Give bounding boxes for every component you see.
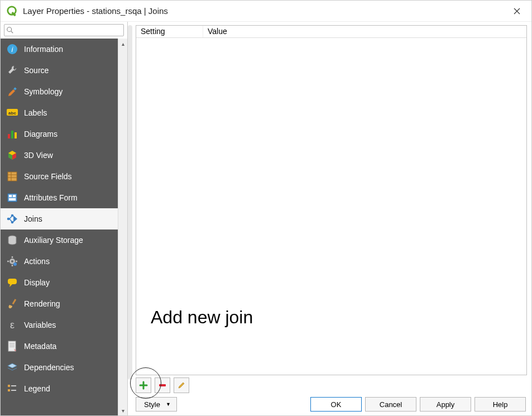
legend-icon (6, 382, 18, 395)
sidebar-item-label: Attributes Form (24, 193, 78, 202)
sidebar-item-actions[interactable]: Actions (1, 251, 118, 272)
gear-icon (6, 255, 18, 267)
style-button-label: Style (144, 400, 160, 409)
sidebar-item-symbology[interactable]: Symbology (1, 81, 118, 102)
sidebar-item-variables[interactable]: ε Variables (1, 314, 118, 336)
svg-text:abc: abc (8, 111, 16, 116)
chevron-down-icon: ▼ (166, 401, 171, 407)
tooltip-icon (6, 276, 18, 289)
sidebar-item-information[interactable]: i Information (1, 39, 118, 60)
sidebar-item-label: Rendering (24, 299, 60, 308)
scroll-track[interactable] (118, 49, 127, 405)
sidebar-item-source[interactable]: Source (1, 60, 118, 81)
search-wrap (1, 22, 127, 39)
window-title: Layer Properties - stations_rsqa | Joins (23, 6, 505, 16)
ok-button[interactable]: OK (310, 397, 362, 412)
joins-icon (6, 213, 18, 225)
svg-point-27 (11, 260, 13, 262)
svg-point-20 (7, 218, 10, 221)
svg-rect-6 (13, 87, 17, 90)
sidebar-item-label: Display (24, 278, 50, 287)
join-toolbar (128, 375, 531, 393)
joins-table: Setting Value Add new join (136, 25, 527, 375)
callout-label: Add new join (151, 307, 253, 328)
layer-properties-dialog: Layer Properties - stations_rsqa | Joins… (0, 0, 532, 416)
svg-rect-41 (8, 389, 10, 391)
svg-line-3 (11, 31, 13, 34)
svg-rect-18 (13, 195, 16, 197)
sidebar-item-display[interactable]: Display (1, 272, 118, 293)
svg-rect-9 (8, 134, 10, 138)
sidebar-item-label: Dependencies (24, 363, 74, 372)
svg-line-24 (9, 219, 12, 222)
sidebar-item-label: Information (24, 45, 63, 54)
table-header: Setting Value (136, 26, 526, 38)
close-button[interactable] (505, 1, 529, 21)
document-icon (6, 340, 18, 352)
sidebar-item-label: Labels (24, 108, 47, 117)
svg-rect-44 (159, 384, 166, 386)
qgis-icon (6, 5, 18, 17)
svg-point-2 (7, 27, 12, 32)
edit-join-button[interactable] (174, 377, 189, 393)
sidebar-item-joins[interactable]: Joins (1, 208, 118, 229)
sidebar-item-rendering[interactable]: Rendering (1, 293, 118, 314)
svg-rect-11 (15, 132, 17, 138)
svg-line-23 (9, 216, 12, 219)
sidebar-item-label: Metadata (24, 342, 56, 351)
wrench-icon (6, 64, 18, 76)
svg-rect-10 (11, 131, 13, 138)
sidebar-item-3dview[interactable]: 3D View (1, 145, 118, 166)
apply-button[interactable]: Apply (420, 397, 471, 412)
form-icon (6, 192, 18, 204)
sidebar-item-label: Legend (24, 384, 50, 393)
brush-icon (6, 85, 18, 98)
scroll-down-arrow[interactable]: ▾ (118, 405, 127, 415)
svg-rect-19 (9, 198, 16, 200)
info-icon: i (6, 43, 18, 55)
titlebar: Layer Properties - stations_rsqa | Joins (1, 1, 531, 22)
sidebar-scrollbar[interactable]: ▴ ▾ (118, 39, 127, 415)
dialog-body: i Information Source Symbology ab (1, 22, 531, 415)
sidebar-item-metadata[interactable]: Metadata (1, 336, 118, 357)
help-button[interactable]: Help (475, 397, 526, 412)
svg-text:ε: ε (10, 319, 15, 331)
sidebar-item-label: Auxiliary Storage (24, 236, 83, 245)
sidebar-item-sourcefields[interactable]: Source Fields (1, 166, 118, 187)
cancel-button[interactable]: Cancel (365, 397, 416, 412)
search-icon (6, 26, 14, 34)
column-header-setting[interactable]: Setting (136, 26, 203, 37)
remove-join-button[interactable] (155, 377, 170, 393)
svg-rect-34 (12, 299, 17, 304)
sidebar-item-label: Source (24, 66, 49, 75)
sidebar-item-labels[interactable]: abc Labels (1, 102, 118, 123)
sidebar-item-auxstorage[interactable]: Auxiliary Storage (1, 229, 118, 251)
epsilon-icon: ε (6, 319, 18, 331)
left-panel: i Information Source Symbology ab (1, 22, 128, 415)
sidebar-item-attributesform[interactable]: Attributes Form (1, 187, 118, 208)
right-panel: Setting Value Add new join S (128, 22, 531, 415)
sidebar-item-diagrams[interactable]: Diagrams (1, 123, 118, 145)
column-header-value[interactable]: Value (203, 26, 526, 37)
cube-icon (6, 149, 18, 161)
button-bar: Style ▼ OK Cancel Apply Help (128, 393, 531, 415)
sidebar-item-label: Variables (24, 321, 56, 329)
svg-rect-17 (9, 195, 12, 197)
layers-icon (6, 361, 18, 374)
svg-rect-12 (8, 172, 17, 181)
sidebar-item-label: Diagrams (24, 130, 57, 138)
content-scrollbar[interactable] (128, 25, 132, 380)
add-join-button[interactable] (136, 377, 151, 393)
sidebar-item-legend[interactable]: Legend (1, 378, 118, 399)
search-input[interactable] (4, 24, 124, 36)
style-button[interactable]: Style ▼ (136, 397, 177, 412)
paintbrush-icon (6, 298, 18, 310)
labels-icon: abc (6, 107, 18, 119)
diagrams-icon (6, 128, 18, 140)
scroll-up-arrow[interactable]: ▴ (118, 39, 127, 49)
svg-rect-33 (8, 279, 17, 284)
sidebar-item-label: Joins (24, 214, 42, 223)
database-icon (6, 234, 18, 246)
sidebar-item-dependencies[interactable]: Dependencies (1, 357, 118, 378)
sidebar-item-label: Source Fields (24, 172, 72, 181)
